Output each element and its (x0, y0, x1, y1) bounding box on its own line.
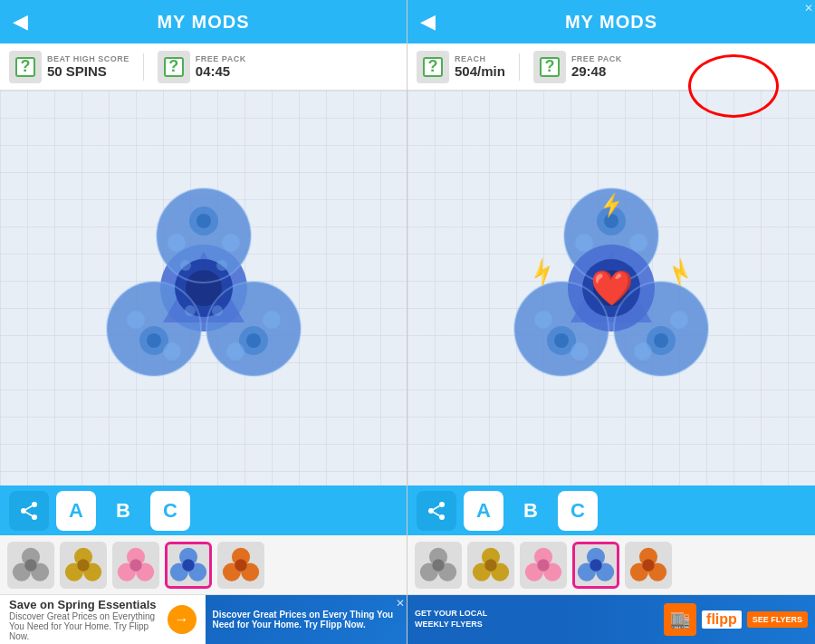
ad-right-section[interactable]: Discover Great Prices on Every Thing You… (206, 595, 408, 644)
svg-point-12 (246, 333, 261, 348)
svg-point-22 (212, 305, 223, 316)
thumb-spinner-orange-r (629, 546, 667, 584)
see-flyers-button[interactable]: SEE FLYERS (747, 611, 808, 628)
stat-icon-reach: ? (417, 51, 449, 83)
ad-subtitle: Discover Great Prices on Everything You … (9, 611, 160, 641)
stats-bar-right: ? REACH 504/min ? FREE PACK 29:48 (408, 43, 815, 91)
svg-point-64 (575, 234, 593, 252)
question-mark-icon-reach: ? (423, 57, 443, 77)
svg-point-93 (590, 559, 601, 571)
ad-banner-left: Save on Spring Essentials Discover Great… (0, 594, 407, 644)
ad-walmart-content[interactable]: GET YOUR LOCAL WEEKLY FLYERS 🏬 flipp SEE… (408, 595, 815, 644)
thumbnails-bar-left (0, 535, 407, 594)
stat-label-1: BEAT HIGH SCORE (47, 54, 129, 63)
thumb-pink-left[interactable] (112, 542, 159, 589)
stat-label-2: FREE PACK (196, 54, 246, 63)
stat-free-pack-right: ? FREE PACK 29:48 (533, 51, 622, 83)
spinner-right[interactable]: ⚡ ⚡ ❤️ ⚡ (494, 170, 729, 406)
question-mark-icon: ? (15, 57, 35, 77)
toolbar-label-c-left: C (163, 499, 177, 523)
back-button-left[interactable]: ◀ (13, 10, 28, 34)
svg-point-20 (216, 260, 227, 271)
flipp-brand: flipp (702, 610, 742, 629)
svg-point-21 (185, 305, 196, 316)
toolbar-label-b-left: B (116, 499, 130, 523)
stat-value-2: 04:45 (196, 63, 246, 79)
stat-divider-left (143, 53, 144, 81)
game-area-left (0, 91, 407, 485)
ad-close-button[interactable]: ✕ (396, 597, 405, 610)
svg-point-8 (197, 214, 211, 228)
svg-point-50 (235, 559, 246, 571)
toolbar-btn-b-right[interactable]: B (511, 491, 551, 531)
toolbar-label-b-right: B (523, 499, 538, 523)
thumb-spinner-gray-r (419, 546, 457, 584)
back-button-right[interactable]: ◀ (420, 10, 436, 34)
toolbar-left: A B C (0, 485, 407, 535)
spinner-left[interactable] (86, 170, 321, 406)
thumb-spinner-pink-r (524, 546, 562, 584)
stats-bar-left: ? BEAT HIGH SCORE 50 SPINS ? FREE PACK 0… (0, 43, 407, 91)
svg-point-42 (129, 559, 141, 571)
stat-icon-2: ? (158, 51, 190, 83)
ad-right-text: Discover Great Prices on Every Thing You… (213, 610, 400, 630)
thumb-blue-right[interactable] (572, 542, 619, 589)
share-button-left[interactable] (9, 491, 49, 531)
thumb-gold-right[interactable] (467, 542, 514, 589)
svg-line-29 (26, 512, 33, 515)
thumb-gold-left[interactable] (60, 542, 107, 589)
toolbar-right: A B C (408, 485, 815, 535)
thumb-blue-left[interactable] (165, 542, 212, 589)
svg-point-19 (180, 260, 191, 271)
stat-text-reach: REACH 504/min (455, 54, 505, 79)
thumb-spinner-blue (169, 546, 207, 584)
svg-point-97 (642, 559, 654, 571)
svg-point-89 (537, 559, 549, 571)
ad-text-block: Save on Spring Essentials Discover Great… (9, 598, 160, 641)
svg-point-69 (670, 311, 688, 329)
thumbnails-bar-right (408, 535, 815, 594)
svg-point-67 (570, 342, 589, 360)
header-title-right: MY MODS (565, 12, 657, 33)
svg-line-30 (26, 505, 33, 509)
game-area-right: ⚡ ⚡ ❤️ ⚡ (408, 91, 815, 485)
svg-point-14 (222, 234, 240, 252)
header-right: ◀ MY MODS (408, 0, 815, 43)
spinner-svg-left (86, 170, 321, 406)
svg-point-15 (127, 311, 145, 329)
svg-point-46 (182, 559, 194, 571)
toolbar-btn-a-left[interactable]: A (56, 491, 96, 531)
toolbar-btn-c-left[interactable]: C (150, 491, 190, 531)
spinner-svg-right (494, 170, 729, 406)
screen-right: ◀ MY MODS ? REACH 504/min ? FREE PACK (408, 0, 815, 644)
svg-point-75 (439, 514, 445, 520)
svg-point-68 (634, 342, 652, 360)
thumb-orange-right[interactable] (625, 542, 672, 589)
thumb-pink-right[interactable] (520, 542, 567, 589)
thumb-gray-right[interactable] (415, 542, 462, 589)
thumb-spinner-gold (64, 546, 102, 584)
stat-value-reach: 504/min (455, 63, 505, 79)
walmart-icon: 🏬 (664, 603, 696, 636)
toolbar-btn-a-right[interactable]: A (464, 491, 503, 531)
thumb-orange-left[interactable] (217, 542, 264, 589)
svg-point-73 (439, 502, 445, 507)
svg-point-85 (484, 559, 496, 571)
share-icon (18, 500, 40, 522)
ad-walmart-text: GET YOUR LOCAL WEEKLY FLYERS (415, 609, 496, 630)
stat-label-free-pack: FREE PACK (571, 54, 622, 63)
screen-left: ◀ MY MODS ? BEAT HIGH SCORE 50 SPINS ? (0, 0, 408, 644)
toolbar-btn-b-left[interactable]: B (103, 491, 143, 531)
toolbar-btn-c-right[interactable]: C (558, 491, 598, 531)
share-icon-right (426, 500, 447, 522)
share-button-right[interactable] (417, 491, 456, 531)
question-mark-icon-free-pack: ? (540, 57, 560, 77)
ad-arrow-button[interactable]: → (168, 605, 197, 634)
svg-point-27 (21, 508, 26, 514)
svg-point-65 (629, 234, 647, 252)
thumb-gray-left[interactable] (7, 542, 54, 589)
ad-title: Save on Spring Essentials (9, 598, 160, 611)
svg-point-18 (263, 311, 281, 329)
stat-icon-free-pack: ? (533, 51, 566, 83)
svg-line-77 (434, 505, 440, 509)
